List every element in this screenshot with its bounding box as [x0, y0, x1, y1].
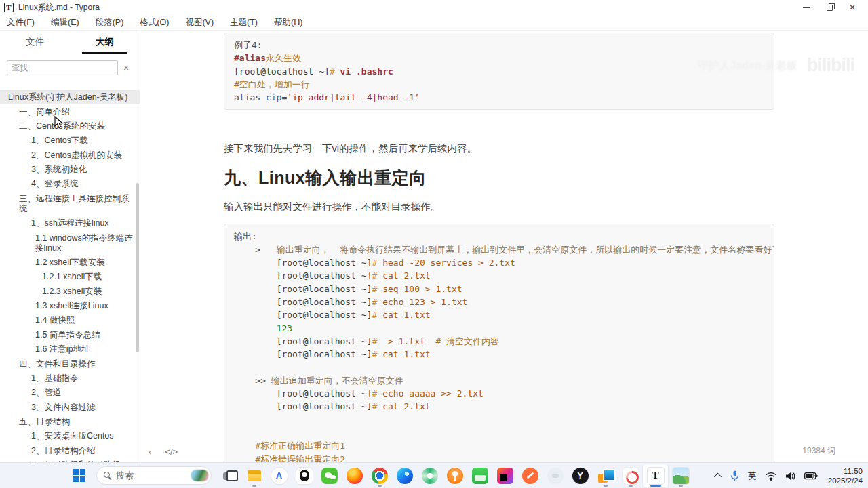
android-emulator-taskbar-button[interactable]: [467, 464, 492, 487]
outline-item[interactable]: 2、Centos虚拟机的安装: [0, 148, 140, 163]
document: 例子4:#alias永久生效[root@localhost ~]# vi .ba…: [224, 33, 774, 462]
outline-item[interactable]: 1、安装桌面版Centos: [0, 429, 140, 443]
typora-app-icon: T: [4, 3, 14, 12]
outline-item[interactable]: 二、Centos系统的安装: [0, 119, 140, 134]
code-block-redirection[interactable]: 输出: > 输出重定向， 将命令执行结果不输出到屏幕上，输出到文件里，会清空原文…: [224, 224, 774, 462]
paint-taskbar-button[interactable]: [668, 464, 693, 487]
code-line: 例子4:: [234, 39, 764, 52]
outline-item[interactable]: 1.2.3 xshell安装: [0, 285, 140, 299]
outline-item[interactable]: 1.2.1 xshell下载: [0, 270, 140, 284]
menu-item[interactable]: 视图(V): [185, 17, 214, 28]
bilibili-logo: bilibili: [807, 55, 854, 76]
firefox-taskbar-button[interactable]: [342, 464, 367, 487]
section-heading[interactable]: 九、Linux输入输出重定向: [224, 167, 774, 189]
outline-item[interactable]: 1.6 注意ip地址: [0, 342, 140, 357]
code-line: [root@localhost ~]# echo aaaaa >> 2.txt: [234, 387, 764, 400]
outline-item[interactable]: 五、目录结构: [0, 415, 140, 429]
postman-taskbar-button[interactable]: [517, 464, 542, 487]
snail-taskbar-button[interactable]: [618, 464, 643, 487]
start-button[interactable]: [66, 464, 92, 487]
code-line: >> 输出追加重定向，不会清空原文件: [234, 374, 764, 387]
code-line: [234, 361, 764, 373]
outline-item[interactable]: 1、Centos下载: [0, 134, 140, 148]
wechat-icon: [321, 468, 338, 484]
outline-item[interactable]: 1、ssh远程连接linux: [0, 216, 140, 230]
vmware-taskbar-button[interactable]: [593, 464, 618, 487]
close-button[interactable]: ✕: [841, 1, 864, 14]
task-view-icon: [221, 468, 237, 484]
outline-search-input[interactable]: [7, 60, 118, 75]
sidebar-collapse-icon[interactable]: ‹: [146, 447, 154, 457]
outline-item[interactable]: 2、管道: [0, 386, 140, 400]
bing-daily-image[interactable]: [191, 469, 209, 482]
editor-pane[interactable]: 守护人Jaden-吴老板 bilibili 例子4:#alias永久生效[roo…: [140, 30, 868, 462]
wifi-icon[interactable]: [766, 472, 776, 481]
dark-wheel-taskbar-button[interactable]: [568, 464, 593, 487]
green-swirl-icon: [422, 468, 438, 484]
outline-list: Linux系统(守护人Jaden-吴老板)一、简单介绍二、Centos系统的安装…: [0, 81, 140, 462]
qq-icon: [296, 468, 313, 484]
tab-outline[interactable]: 大纲: [70, 30, 140, 54]
chrome-taskbar-button[interactable]: [367, 464, 392, 487]
code-block-alias[interactable]: 例子4:#alias永久生效[root@localhost ~]# vi .ba…: [224, 33, 774, 110]
outline-item[interactable]: 1.2 xshell下载安装: [0, 256, 140, 270]
outline-item[interactable]: 3、系统初始化: [0, 163, 140, 177]
menu-item[interactable]: 帮助(H): [274, 17, 302, 28]
sidebar-scrollbar[interactable]: [136, 183, 139, 352]
ime-indicator[interactable]: 英: [748, 470, 757, 482]
code-line: [root@localhost ~]# seq 100 > 1.txt: [234, 283, 764, 296]
qq-taskbar-button[interactable]: [292, 464, 317, 487]
jetbrains-ide-taskbar-button[interactable]: [492, 464, 517, 487]
green-swirl-taskbar-button[interactable]: [417, 464, 442, 487]
tray-date: 2025/2/24: [828, 476, 863, 485]
search-icon: [104, 472, 111, 479]
app-a-taskbar-button[interactable]: [267, 464, 292, 487]
typora-taskbar-button[interactable]: [643, 464, 668, 487]
outline-item[interactable]: Linux系统(守护人Jaden-吴老板): [0, 90, 140, 104]
outline-item[interactable]: 一、简单介绍: [0, 104, 140, 119]
paragraph[interactable]: 接下来我们先去学习一下vi的操作，然后再来学后续内容。: [224, 141, 774, 156]
code-line: #空白处，增加一行: [234, 78, 764, 91]
code-line: #alias永久生效: [234, 52, 764, 64]
menu-item[interactable]: 主题(T): [230, 17, 258, 28]
menu-item[interactable]: 段落(P): [96, 17, 124, 28]
wechat-taskbar-button[interactable]: [317, 464, 342, 487]
code-line: 输出:: [234, 230, 764, 243]
clock[interactable]: 11:50 2025/2/24: [828, 466, 863, 485]
outline-item[interactable]: 4、登录系统: [0, 177, 140, 191]
search-clear-icon[interactable]: ×: [123, 62, 129, 73]
outline-item[interactable]: 三、远程连接工具连接控制系统: [0, 192, 140, 216]
outline-item[interactable]: 四、文件和目录操作: [0, 357, 140, 371]
outline-item[interactable]: 1、基础指令: [0, 371, 140, 386]
edge-taskbar-button[interactable]: [392, 464, 417, 487]
openvpn-taskbar-button[interactable]: [442, 464, 467, 487]
tab-files[interactable]: 文件: [0, 30, 70, 54]
code-line: [root@localhost ~]# head -20 services > …: [234, 256, 764, 269]
menu-item[interactable]: 文件(F): [7, 17, 35, 28]
task-view-button[interactable]: [216, 464, 241, 487]
outline-item[interactable]: 1.1 windows的指令终端连接linux: [0, 230, 140, 255]
volume-icon[interactable]: [785, 472, 795, 481]
paragraph[interactable]: 输入输出只能对文件进行操作，不能对目录操作。: [224, 199, 774, 214]
minimize-button[interactable]: [795, 1, 818, 14]
outline-item[interactable]: 2、目录结构介绍: [0, 444, 140, 458]
restore-button[interactable]: [818, 1, 841, 14]
menu-item[interactable]: 编辑(E): [51, 17, 79, 28]
outline-item[interactable]: 1.3 xshell连接Linux: [0, 299, 140, 313]
outline-item[interactable]: 1.4 做快照: [0, 313, 140, 327]
chevron-up-icon[interactable]: [714, 473, 722, 481]
code-line: [root@localhost ~]# cat 2.txt: [234, 269, 764, 282]
taskbar-search[interactable]: 搜索: [96, 466, 212, 485]
code-line: [root@localhost ~]# vi .bashrc: [234, 65, 764, 78]
code-line: > 输出重定向， 将命令执行结果不输出到屏幕上，输出到文件里，会清空原文件，所以…: [234, 243, 764, 256]
outline-item[interactable]: 1.5 简单指令总结: [0, 328, 140, 342]
android-emulator-icon: [472, 468, 488, 484]
source-code-mode-icon[interactable]: </>: [162, 447, 180, 457]
idle-app-taskbar-button[interactable]: [542, 464, 568, 487]
battery-charging-icon[interactable]: [804, 472, 818, 480]
microphone-icon[interactable]: [730, 470, 739, 481]
code-line: [root@localhost ~]# cat 1.txt: [234, 308, 764, 321]
outline-item[interactable]: 3、文件内容过滤: [0, 401, 140, 415]
file-explorer-taskbar-button[interactable]: [241, 464, 267, 487]
menu-item[interactable]: 格式(O): [140, 17, 169, 28]
